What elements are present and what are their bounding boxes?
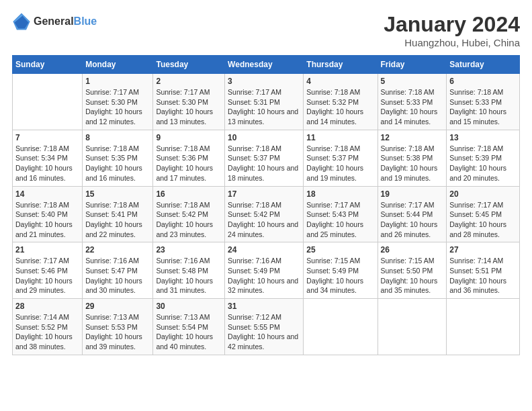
sunrise-text: Sunrise: 7:18 AM [306, 88, 360, 96]
cell-info: Sunrise: 7:14 AM Sunset: 5:52 PM Dayligh… [15, 312, 79, 352]
col-sunday: Sunday [13, 56, 83, 74]
sunrise-text: Sunrise: 7:15 AM [306, 257, 360, 265]
sunset-text: Sunset: 5:30 PM [85, 98, 138, 106]
day-number: 9 [156, 133, 222, 142]
sunrise-text: Sunrise: 7:12 AM [228, 313, 281, 321]
daylight-text: Daylight: 10 hours and 42 minutes. [228, 332, 298, 351]
sunrise-text: Sunrise: 7:17 AM [449, 201, 503, 209]
cell-info: Sunrise: 7:18 AM Sunset: 5:42 PM Dayligh… [228, 200, 300, 240]
table-row: 24 Sunrise: 7:16 AM Sunset: 5:49 PM Dayl… [225, 242, 304, 299]
day-number: 10 [228, 133, 300, 142]
cell-info: Sunrise: 7:18 AM Sunset: 5:42 PM Dayligh… [156, 200, 222, 240]
daylight-text: Daylight: 10 hours and 19 minutes. [306, 164, 363, 182]
sunset-text: Sunset: 5:45 PM [449, 210, 502, 218]
sunrise-text: Sunrise: 7:18 AM [15, 144, 69, 152]
sunset-text: Sunset: 5:30 PM [156, 98, 208, 106]
sunrise-text: Sunrise: 7:16 AM [228, 257, 281, 265]
daylight-text: Daylight: 10 hours and 34 minutes. [306, 277, 363, 295]
cell-info: Sunrise: 7:18 AM Sunset: 5:38 PM Dayligh… [381, 144, 444, 183]
cell-info: Sunrise: 7:18 AM Sunset: 5:41 PM Dayligh… [85, 200, 150, 240]
sunrise-text: Sunrise: 7:17 AM [381, 201, 435, 209]
sunset-text: Sunset: 5:48 PM [156, 267, 208, 275]
daylight-text: Daylight: 10 hours and 18 minutes. [228, 164, 298, 182]
table-row [447, 299, 520, 355]
table-row: 17 Sunrise: 7:18 AM Sunset: 5:42 PM Dayl… [225, 186, 304, 242]
sunset-text: Sunset: 5:43 PM [306, 210, 359, 218]
cell-info: Sunrise: 7:16 AM Sunset: 5:48 PM Dayligh… [156, 256, 222, 295]
logo: GeneralBlue [12, 12, 97, 31]
day-number: 4 [306, 77, 374, 86]
table-row: 23 Sunrise: 7:16 AM Sunset: 5:48 PM Dayl… [153, 242, 225, 299]
daylight-text: Daylight: 10 hours and 15 minutes. [449, 107, 506, 126]
day-number: 21 [15, 245, 79, 255]
sunrise-text: Sunrise: 7:18 AM [449, 144, 503, 152]
sunrise-text: Sunrise: 7:18 AM [156, 201, 210, 209]
daylight-text: Daylight: 10 hours and 26 minutes. [381, 220, 438, 238]
sunrise-text: Sunrise: 7:14 AM [449, 257, 503, 265]
col-friday: Friday [378, 56, 447, 74]
title-block: January 2024 Huangzhou, Hubei, China [384, 12, 520, 48]
daylight-text: Daylight: 10 hours and 39 minutes. [85, 332, 142, 351]
table-row: 31 Sunrise: 7:12 AM Sunset: 5:55 PM Dayl… [225, 299, 304, 355]
sunrise-text: Sunrise: 7:17 AM [228, 88, 281, 96]
cell-info: Sunrise: 7:12 AM Sunset: 5:55 PM Dayligh… [228, 312, 300, 352]
cell-info: Sunrise: 7:17 AM Sunset: 5:43 PM Dayligh… [306, 200, 374, 240]
day-number: 2 [156, 77, 222, 86]
table-row: 25 Sunrise: 7:15 AM Sunset: 5:49 PM Dayl… [304, 242, 378, 299]
table-row: 11 Sunrise: 7:18 AM Sunset: 5:37 PM Dayl… [304, 130, 378, 186]
day-number: 25 [306, 245, 374, 255]
table-row: 19 Sunrise: 7:17 AM Sunset: 5:44 PM Dayl… [378, 186, 447, 242]
page-title: January 2024 [384, 12, 520, 37]
cell-info: Sunrise: 7:14 AM Sunset: 5:51 PM Dayligh… [449, 256, 517, 295]
sunset-text: Sunset: 5:39 PM [449, 154, 502, 162]
day-number: 16 [156, 189, 222, 199]
daylight-text: Daylight: 10 hours and 12 minutes. [85, 107, 142, 126]
day-number: 15 [85, 189, 150, 199]
sunset-text: Sunset: 5:33 PM [381, 98, 433, 106]
daylight-text: Daylight: 10 hours and 16 minutes. [15, 164, 73, 182]
day-number: 27 [449, 245, 517, 255]
table-row: 29 Sunrise: 7:13 AM Sunset: 5:53 PM Dayl… [83, 299, 153, 355]
table-row: 4 Sunrise: 7:18 AM Sunset: 5:32 PM Dayli… [304, 74, 378, 130]
day-number: 31 [228, 302, 300, 311]
day-number: 12 [381, 133, 444, 142]
cell-info: Sunrise: 7:16 AM Sunset: 5:49 PM Dayligh… [228, 256, 300, 295]
daylight-text: Daylight: 10 hours and 14 minutes. [381, 107, 438, 126]
daylight-text: Daylight: 10 hours and 31 minutes. [156, 277, 213, 295]
sunset-text: Sunset: 5:32 PM [306, 98, 359, 106]
sunrise-text: Sunrise: 7:16 AM [85, 257, 139, 265]
sunset-text: Sunset: 5:42 PM [156, 210, 208, 218]
daylight-text: Daylight: 10 hours and 32 minutes. [228, 277, 298, 295]
daylight-text: Daylight: 10 hours and 17 minutes. [156, 164, 213, 182]
day-number: 6 [449, 77, 517, 86]
daylight-text: Daylight: 10 hours and 21 minutes. [15, 220, 73, 238]
sunrise-text: Sunrise: 7:18 AM [449, 88, 503, 96]
table-row: 14 Sunrise: 7:18 AM Sunset: 5:40 PM Dayl… [13, 186, 83, 242]
daylight-text: Daylight: 10 hours and 36 minutes. [449, 277, 506, 295]
daylight-text: Daylight: 10 hours and 40 minutes. [156, 332, 213, 351]
daylight-text: Daylight: 10 hours and 29 minutes. [15, 277, 73, 295]
sunset-text: Sunset: 5:37 PM [306, 154, 359, 162]
sunset-text: Sunset: 5:31 PM [228, 98, 280, 106]
cell-info: Sunrise: 7:18 AM Sunset: 5:34 PM Dayligh… [15, 144, 79, 183]
table-row [304, 299, 378, 355]
sunrise-text: Sunrise: 7:17 AM [15, 257, 69, 265]
cell-info: Sunrise: 7:17 AM Sunset: 5:44 PM Dayligh… [381, 200, 444, 240]
table-row: 13 Sunrise: 7:18 AM Sunset: 5:39 PM Dayl… [447, 130, 520, 186]
day-number: 7 [15, 133, 79, 142]
table-row: 26 Sunrise: 7:15 AM Sunset: 5:50 PM Dayl… [378, 242, 447, 299]
sunset-text: Sunset: 5:47 PM [85, 267, 138, 275]
day-number: 19 [381, 189, 444, 199]
table-row: 20 Sunrise: 7:17 AM Sunset: 5:45 PM Dayl… [447, 186, 520, 242]
day-number: 1 [85, 77, 150, 86]
cell-info: Sunrise: 7:17 AM Sunset: 5:30 PM Dayligh… [156, 87, 222, 127]
day-number: 20 [449, 189, 517, 199]
sunrise-text: Sunrise: 7:13 AM [156, 313, 210, 321]
sunset-text: Sunset: 5:41 PM [85, 210, 138, 218]
daylight-text: Daylight: 10 hours and 16 minutes. [85, 164, 142, 182]
day-number: 18 [306, 189, 374, 199]
table-row: 3 Sunrise: 7:17 AM Sunset: 5:31 PM Dayli… [225, 74, 304, 130]
sunset-text: Sunset: 5:35 PM [85, 154, 138, 162]
day-number: 11 [306, 133, 374, 142]
sunset-text: Sunset: 5:34 PM [15, 154, 68, 162]
